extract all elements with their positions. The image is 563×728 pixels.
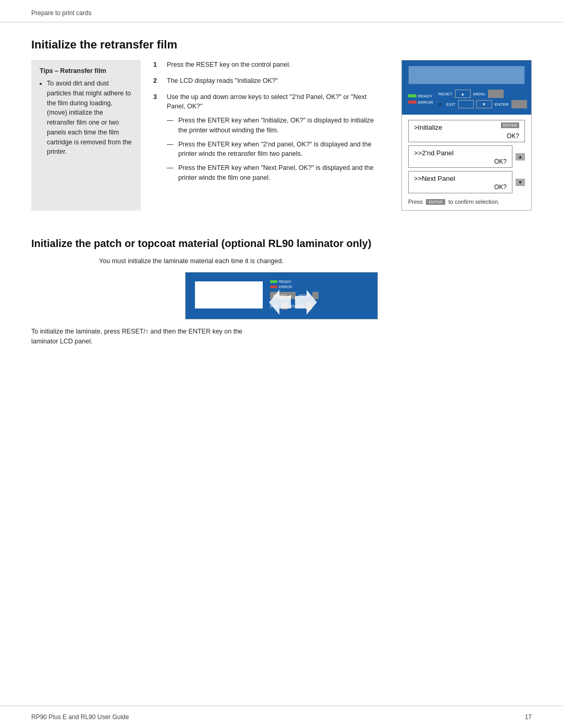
lam-lcd <box>195 281 263 309</box>
error-indicator: ERROR <box>408 100 433 105</box>
menu-option-initialize: ENTER >Initialize OK? <box>408 120 525 142</box>
laminator-diagram-wrap: READY ERROR RESET ▲ <box>31 272 532 319</box>
enter-badge-1: ENTER <box>501 122 519 128</box>
substep-3: — Press the ENTER key when "Next Panel, … <box>167 163 384 183</box>
reset-label: RESET <box>438 92 452 96</box>
lam-error-label: ERROR <box>279 285 292 289</box>
section2: Initialize the patch or topcoat material… <box>31 237 532 347</box>
section1-title: Initialize the retransfer film <box>31 38 532 52</box>
enter-btn <box>511 100 527 108</box>
up-down-arrows: ▲ <box>516 153 525 161</box>
ctrl-lcd-screen <box>408 66 525 84</box>
option2-row: >>2'nd Panel OK? ▲ <box>408 145 525 168</box>
ctrl-buttons-row: READY ERROR RESET ▲ <box>408 90 525 108</box>
ready-label: READY <box>418 94 433 98</box>
page-footer: RP90 Plus E and RL90 User Guide 17 <box>0 706 563 728</box>
step-text-2: The LCD display reads "Initialize OK?" <box>167 76 384 86</box>
section2-intro: You must initialize the laminate materia… <box>99 257 532 265</box>
down-arrows: ▼ <box>516 179 525 186</box>
ready-indicator: READY <box>408 94 433 98</box>
step-2: 2 The LCD display reads "Initialize OK?" <box>153 76 384 86</box>
error-label: ERROR <box>418 100 433 105</box>
ctrl-top-row: RESET ▲ MENU <box>438 90 527 98</box>
lam-indicators: READY ERROR <box>270 280 368 289</box>
page-number: 17 <box>525 713 532 721</box>
step-num-2: 2 <box>153 76 164 86</box>
down-btn: ▼ <box>476 100 492 108</box>
lam-ready-led <box>270 280 277 283</box>
confirm-enter-badge: ENTER <box>426 199 445 205</box>
left-arrow-icon <box>269 290 291 315</box>
menu-option-2nd-panel: >>2'nd Panel OK? <box>408 145 512 168</box>
section2-title: Initialize the patch or topcoat material… <box>31 237 532 250</box>
svg-marker-1 <box>295 290 317 315</box>
substep-text-2: Press the ENTER key when "2'nd panel, OK… <box>178 140 384 159</box>
error-led <box>408 101 417 104</box>
page-header: Prepare to print cards <box>0 0 563 22</box>
menu-btn <box>488 90 504 98</box>
section1-body: Tips – Retransfer film To avoid dirt and… <box>31 60 532 211</box>
next-panel-ok: OK? <box>414 183 507 191</box>
ctrl-btn-section: RESET ▲ MENU ≡ EXIT ▼ <box>438 90 527 108</box>
footer-left: RP90 Plus E and RL90 User Guide <box>31 713 129 721</box>
svg-marker-0 <box>269 290 291 315</box>
up-arrow-btn: ▲ <box>516 153 525 161</box>
section2-body: You must initialize the laminate materia… <box>31 257 532 347</box>
steps-column: 1 Press the RESET key on the control pan… <box>153 60 389 211</box>
menu-label: MENU <box>473 92 486 96</box>
ctrl-bottom-row: ≡ EXIT ▼ ENTER <box>438 100 527 108</box>
confirm-suffix-text: to confirm selection. <box>448 199 499 205</box>
substep-text-3: Press the ENTER key when "Next Panel, OK… <box>178 163 384 183</box>
next-panel-label: >>Next Panel <box>414 175 507 182</box>
2nd-panel-label: >>2'nd Panel <box>414 149 507 157</box>
laminator-diagram: READY ERROR RESET ▲ <box>185 272 378 319</box>
tips-box: Tips – Retransfer film To avoid dirt and… <box>31 60 141 211</box>
panel-diagram: READY ERROR RESET ▲ <box>401 60 532 211</box>
tips-heading: Tips – Retransfer film <box>40 67 132 75</box>
exit-btn <box>458 100 474 108</box>
section1: Initialize the retransfer film Tips – Re… <box>31 38 532 211</box>
option3-row: >>Next Panel OK? ▼ <box>408 171 525 193</box>
substep-text-1: Press the ENTER key when "Initialize, OK… <box>178 116 384 135</box>
menu-options: ENTER >Initialize OK? >>2'nd Panel OK? ▲ <box>402 115 531 210</box>
lam-error-indicator: ERROR <box>270 285 368 289</box>
ctrl-panel-illustration: READY ERROR RESET ▲ <box>402 60 531 115</box>
section2-caption: To initialize the laminate, press RESET/… <box>31 327 532 347</box>
ready-led <box>408 94 417 97</box>
menu-option-next-panel: >>Next Panel OK? <box>408 171 512 193</box>
lam-error-led <box>270 286 277 288</box>
confirm-row: Press ENTER to confirm selection. <box>408 199 525 205</box>
lam-panel: READY ERROR RESET ▲ <box>186 273 377 319</box>
step-num-1: 1 <box>153 60 164 70</box>
initialize-ok: OK? <box>414 132 519 140</box>
tips-item: To avoid dirt and dust particles that mi… <box>47 79 132 157</box>
step-num-3: 3 <box>153 92 164 183</box>
2nd-panel-ok: OK? <box>414 158 507 165</box>
lam-ready-label: READY <box>279 280 291 283</box>
substep-2: — Press the ENTER key when "2'nd panel, … <box>167 140 384 159</box>
step-3: 3 Use the up and down arrow keys to sele… <box>153 92 384 183</box>
step-1: 1 Press the RESET key on the control pan… <box>153 60 384 70</box>
down-arrow-btn: ▼ <box>516 179 525 186</box>
reset-up-btn: ▲ <box>455 90 471 98</box>
confirm-press-text: Press <box>408 199 423 205</box>
lam-ready-indicator: READY <box>270 280 368 283</box>
breadcrumb: Prepare to print cards <box>31 9 91 17</box>
ctrl-indicators: READY ERROR <box>408 94 433 105</box>
main-content: Initialize the retransfer film Tips – Re… <box>0 22 563 706</box>
enter-label: ENTER <box>495 102 509 107</box>
step-text-3: Use the up and down arrow keys to select… <box>167 92 384 183</box>
right-arrow-icon <box>295 290 317 315</box>
arrow-overlays <box>269 290 317 315</box>
substep-1: — Press the ENTER key when "Initialize, … <box>167 116 384 135</box>
tips-list: To avoid dirt and dust particles that mi… <box>40 79 132 157</box>
exit-label: EXIT <box>446 102 456 107</box>
step-text-1: Press the RESET key on the control panel… <box>167 60 384 70</box>
